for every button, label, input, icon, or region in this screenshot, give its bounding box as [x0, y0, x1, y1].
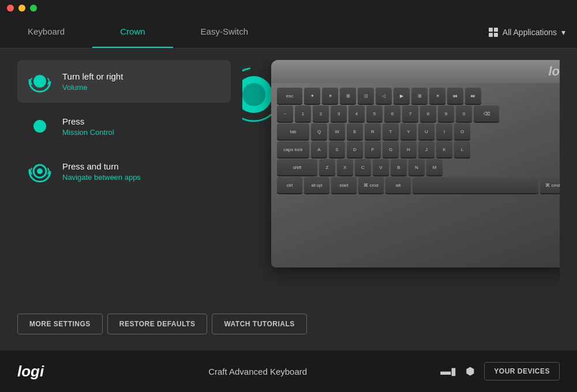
key-space: [413, 177, 538, 193]
tab-bar: Keyboard Crown Easy-Switch All Applicati…: [0, 16, 577, 48]
key-g: G: [383, 141, 399, 157]
key-n: N: [409, 159, 425, 175]
keyboard-body: lo esc ✦ ☀ ⊞ ⊡ ◁ ▶ ⊞ ☀ ⏮ ⏭: [271, 60, 560, 267]
key-esc: esc: [277, 88, 302, 104]
key-tab: tab: [277, 123, 309, 140]
key-f2: ☀: [322, 88, 338, 104]
key-1: 1: [295, 105, 311, 122]
crown-options-list: Turn left or right Volume Press Mission …: [17, 60, 231, 323]
key-tilde: ~: [277, 105, 293, 122]
key-backspace: ⌫: [474, 105, 499, 122]
footer-right: ▬▮ ⬢ YOUR DEVICES: [440, 362, 560, 380]
key-alt: alt: [385, 177, 411, 193]
press-turn-icon: [27, 158, 53, 184]
keyboard-graphic: lo esc ✦ ☀ ⊞ ⊡ ◁ ▶ ⊞ ☀ ⏮ ⏭: [271, 60, 560, 267]
minimize-button[interactable]: [18, 5, 25, 12]
key-f5: ◁: [376, 88, 392, 104]
key-z: Z: [319, 159, 335, 175]
key-7: 7: [402, 105, 418, 122]
key-e: E: [347, 123, 363, 140]
footer: logi Craft Advanced Keyboard ▬▮ ⬢ YOUR D…: [0, 350, 577, 392]
key-shift: shift: [277, 159, 317, 175]
chevron-down-icon: ▾: [561, 28, 565, 37]
key-row-numbers: ~ 1 2 3 4 5 6 7 8 9 0 ⌫: [277, 105, 560, 122]
tab-crown[interactable]: Crown: [92, 16, 173, 48]
key-row-qwerty: tab Q W E R T Y U I O: [277, 123, 560, 140]
battery-icon: ▬▮: [440, 365, 456, 378]
crown-option-turn-text: Turn left or right Volume: [62, 71, 123, 92]
svg-point-1: [33, 75, 46, 88]
key-alt-opt: alt opt: [304, 177, 329, 193]
tab-keyboard[interactable]: Keyboard: [0, 16, 92, 48]
key-f9: ⏮: [447, 88, 463, 104]
key-s: S: [329, 141, 345, 157]
tab-easy-switch[interactable]: Easy-Switch: [173, 16, 276, 48]
key-l: L: [454, 141, 470, 157]
more-settings-button[interactable]: MORE SETTINGS: [17, 314, 103, 334]
key-3: 3: [331, 105, 347, 122]
key-i: I: [436, 123, 452, 140]
key-row-asdf: caps lock A S D F G H J K L: [277, 141, 560, 157]
bluetooth-icon: ⬢: [466, 365, 475, 378]
key-f: F: [365, 141, 381, 157]
key-f8: ☀: [429, 88, 445, 104]
keyboard-panel: lo esc ✦ ☀ ⊞ ⊡ ◁ ▶ ⊞ ☀ ⏮ ⏭: [242, 60, 560, 323]
svg-point-7: [242, 83, 265, 106]
key-0: 0: [456, 105, 472, 122]
key-f7: ⊞: [411, 88, 428, 104]
restore-defaults-button[interactable]: RESTORE DEFAULTS: [107, 314, 208, 334]
key-k: K: [436, 141, 452, 157]
turn-icon: [27, 68, 53, 95]
key-h: H: [400, 141, 417, 157]
crown-option-press-turn-text: Press and turn Navigate between apps: [62, 161, 141, 182]
watch-tutorials-button[interactable]: WATCH TUTORIALS: [212, 314, 306, 334]
keyboard-keys: esc ✦ ☀ ⊞ ⊡ ◁ ▶ ⊞ ☀ ⏮ ⏭ ~: [271, 83, 560, 199]
your-devices-button[interactable]: YOUR DEVICES: [484, 362, 560, 380]
key-2: 2: [313, 105, 329, 122]
key-ctrl: ctrl: [277, 177, 302, 193]
app-selector[interactable]: All Applications ▾: [489, 28, 577, 37]
key-cmd-right: ⌘ cmd: [540, 177, 560, 193]
key-caps: caps lock: [277, 141, 309, 157]
key-9: 9: [438, 105, 454, 122]
crown-option-press-text: Press Mission Control: [62, 116, 114, 137]
device-name: Craft Advanced Keyboard: [75, 367, 440, 376]
key-d: D: [347, 141, 363, 157]
press-icon: [27, 113, 53, 140]
title-bar: [0, 0, 577, 16]
keyboard-top: lo: [271, 60, 560, 83]
key-4: 4: [349, 105, 365, 122]
keyboard-logo: lo: [548, 64, 560, 79]
grid-icon: [489, 28, 498, 37]
key-j: J: [418, 141, 434, 157]
key-f1: ✦: [304, 88, 320, 104]
key-cmd-left: ⌘ cmd: [358, 177, 384, 193]
key-c: C: [355, 159, 371, 175]
key-b: B: [391, 159, 407, 175]
key-v: V: [373, 159, 389, 175]
key-f10: ⏭: [465, 88, 481, 104]
key-start: start: [331, 177, 357, 193]
key-row-bottom: ctrl alt opt start ⌘ cmd alt ⌘ cmd: [277, 177, 560, 193]
key-x: X: [337, 159, 353, 175]
crown-option-turn[interactable]: Turn left or right Volume: [17, 60, 231, 103]
key-f4: ⊡: [358, 88, 374, 104]
key-f6: ▶: [394, 88, 410, 104]
key-m: M: [426, 159, 443, 175]
key-a: A: [311, 141, 327, 157]
logi-logo: logi: [17, 363, 75, 380]
crown-option-press[interactable]: Press Mission Control: [17, 105, 231, 148]
key-u: U: [418, 123, 434, 140]
tab-list: Keyboard Crown Easy-Switch: [0, 16, 489, 48]
close-button[interactable]: [7, 5, 14, 12]
key-6: 6: [384, 105, 400, 122]
maximize-button[interactable]: [30, 5, 37, 12]
key-o: O: [454, 123, 470, 140]
key-q: Q: [311, 123, 327, 140]
key-row-zxcv: shift Z X C V B N M: [277, 159, 560, 175]
key-t: T: [383, 123, 399, 140]
key-w: W: [329, 123, 345, 140]
key-row-fn: esc ✦ ☀ ⊞ ⊡ ◁ ▶ ⊞ ☀ ⏮ ⏭: [277, 88, 560, 104]
crown-option-press-turn[interactable]: Press and turn Navigate between apps: [17, 150, 231, 193]
key-r: R: [365, 123, 381, 140]
